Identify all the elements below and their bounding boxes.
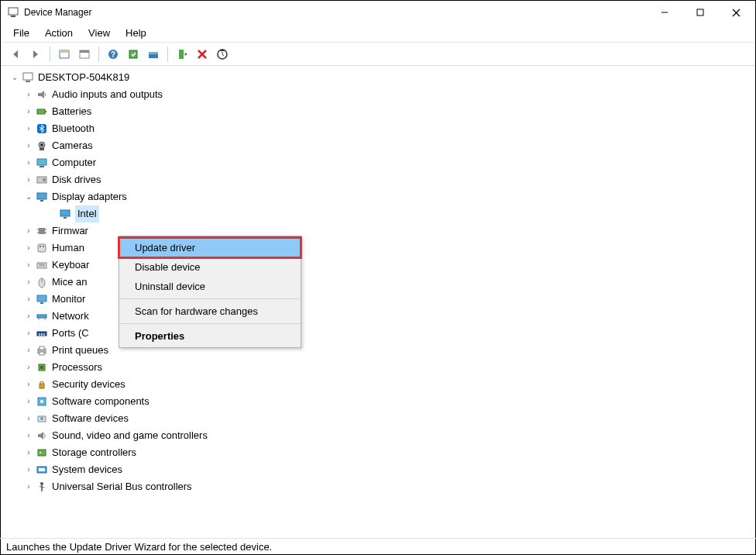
expand-icon[interactable]: › [22,393,35,410]
svg-rect-35 [64,217,67,219]
context-menu-disable-device[interactable]: Disable device [119,257,301,277]
expand-icon[interactable]: › [22,171,35,188]
close-button[interactable] [718,1,754,24]
expand-icon[interactable]: › [22,120,35,137]
expand-icon[interactable]: › [22,325,35,342]
swcomp-icon [35,395,49,408]
svg-rect-0 [9,8,18,15]
expand-icon[interactable]: › [22,376,35,393]
device-tree[interactable]: ⌄ DESKTOP-504K819 ›Audio inputs and outp… [1,66,755,536]
computer-icon [21,71,35,84]
update-driver-button[interactable] [144,45,163,64]
context-menu-scan-hardware[interactable]: Scan for hardware changes [119,302,301,321]
tree-category[interactable]: ›Disk drives [9,171,752,188]
expand-icon[interactable]: › [22,222,35,240]
expand-icon[interactable]: › [22,240,35,257]
printer-icon [35,343,49,357]
maximize-button[interactable] [682,1,718,24]
tree-category[interactable]: ›Storage controllers [9,444,752,461]
svg-rect-57 [43,333,45,336]
hid-icon [35,241,49,255]
tree-root[interactable]: ⌄ DESKTOP-504K819 [9,69,752,86]
context-menu-properties[interactable]: Properties [119,326,301,346]
enable-device-button[interactable] [173,45,191,64]
tree-category-label: Bluetooth [52,120,94,137]
expand-icon[interactable]: › [22,274,35,291]
tree-category[interactable]: ›Batteries [9,103,752,120]
tree-category[interactable]: ›Computer [9,154,752,171]
forward-button[interactable] [26,45,45,64]
expand-icon[interactable]: › [22,410,35,427]
tree-category-label: Processors [52,359,102,376]
tree-category[interactable]: ›Cameras [9,137,752,154]
svg-rect-21 [38,93,41,96]
expand-icon[interactable]: › [22,444,35,461]
context-menu-separator [120,298,300,299]
menu-help[interactable]: Help [118,26,154,40]
svg-rect-29 [40,166,44,167]
menu-view[interactable]: View [81,26,118,40]
help-button[interactable]: ? [104,45,122,64]
back-button[interactable] [6,45,25,64]
disable-button[interactable] [213,45,232,64]
svg-point-70 [40,452,41,453]
tree-category[interactable]: ›Sound, video and game controllers [9,427,752,444]
storage-icon [35,446,49,460]
tree-device-label: Intel [75,205,99,222]
menu-file[interactable]: File [5,26,37,40]
tree-category[interactable]: ›Audio inputs and outputs [9,86,752,103]
bluetooth-icon [35,122,49,136]
svg-rect-22 [37,109,45,114]
show-hide-tree-button[interactable] [55,45,74,64]
expand-icon[interactable]: › [22,427,35,444]
minimize-button[interactable] [647,1,682,24]
menu-bar: File Action View Help [1,24,755,43]
tree-device[interactable]: Intel [9,205,752,222]
tree-category[interactable]: ›Software devices [9,410,752,427]
expand-icon[interactable]: › [22,137,35,154]
device-manager-app-icon [7,6,19,19]
expand-icon[interactable]: › [22,461,35,478]
svg-rect-49 [37,295,46,302]
expand-icon[interactable]: › [22,86,35,103]
svg-point-67 [40,417,43,420]
monitor-icon [35,292,49,306]
expand-icon[interactable]: ⌄ [22,188,35,205]
chip-icon [35,224,49,238]
properties-button[interactable] [75,45,94,64]
expand-icon[interactable]: › [22,359,35,376]
tree-category-label: Sound, video and game controllers [52,427,208,444]
svg-rect-41 [38,244,46,252]
collapse-icon[interactable]: ⌄ [9,69,21,86]
menu-action[interactable]: Action [37,26,81,40]
expand-icon[interactable]: › [22,103,35,120]
tree-category[interactable]: ›Universal Serial Bus controllers [9,478,752,495]
tree-category[interactable]: ›System devices [9,461,752,478]
context-menu-update-driver[interactable]: Update driver [118,236,302,259]
context-menu: Update driver Disable device Uninstall d… [119,236,301,348]
tree-category[interactable]: ›Software components [9,393,752,410]
svg-rect-12 [129,50,137,58]
svg-rect-15 [179,50,184,59]
tree-category-label: Software devices [52,410,129,427]
expand-icon[interactable]: › [22,154,35,171]
uninstall-button[interactable] [193,45,211,64]
sound-icon [35,429,49,443]
svg-rect-20 [26,81,30,82]
tree-category[interactable]: ›Security devices [9,376,752,393]
expand-icon[interactable]: › [22,478,35,495]
tree-category-label: Ports (C [52,325,89,342]
tree-category-label: Disk drives [52,171,101,188]
svg-rect-34 [60,210,70,216]
expand-icon[interactable]: › [22,257,35,274]
tree-category[interactable]: ›Processors [9,359,752,376]
tree-category-label: Cameras [52,137,93,154]
expand-icon[interactable]: › [22,342,35,359]
tree-category[interactable]: ›Bluetooth [9,120,752,137]
status-bar: Launches the Update Driver Wizard for th… [0,538,756,555]
expand-icon[interactable]: › [22,291,35,308]
expand-icon[interactable]: › [22,308,35,325]
tree-category[interactable]: ⌄Display adapters [9,188,752,205]
context-menu-uninstall-device[interactable]: Uninstall device [119,277,301,296]
scan-hardware-button[interactable] [124,45,143,64]
